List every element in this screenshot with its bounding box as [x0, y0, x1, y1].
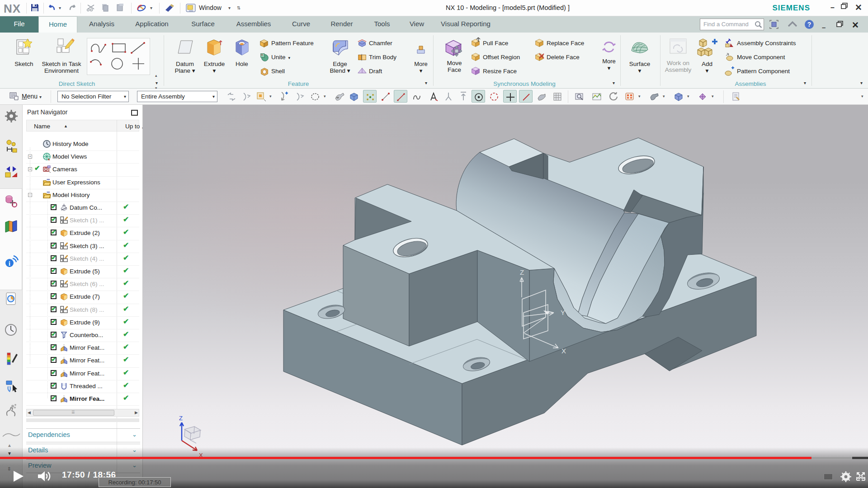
svg-text:i: i	[9, 260, 10, 267]
svg-text:X: X	[561, 347, 566, 355]
svg-text:Y: Y	[561, 309, 565, 316]
svg-text:Z: Z	[179, 415, 183, 422]
svg-text:?: ?	[807, 21, 811, 28]
svg-text:Z: Z	[520, 268, 524, 276]
